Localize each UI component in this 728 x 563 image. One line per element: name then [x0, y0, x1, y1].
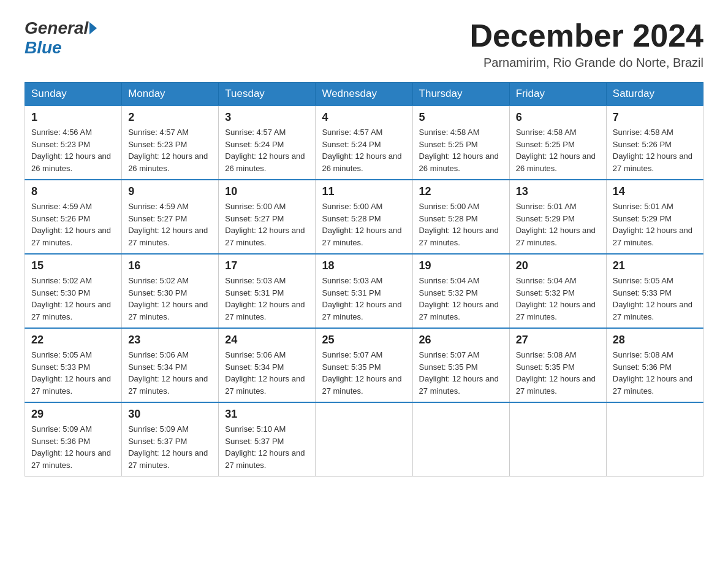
day-info: Sunrise: 5:10 AMSunset: 5:37 PMDaylight:… [225, 423, 309, 471]
day-cell-19: 19 Sunrise: 5:04 AMSunset: 5:32 PMDaylig… [412, 254, 509, 328]
week-row-2: 8 Sunrise: 4:59 AMSunset: 5:26 PMDayligh… [25, 180, 703, 254]
week-row-3: 15 Sunrise: 5:02 AMSunset: 5:30 PMDaylig… [25, 254, 703, 328]
day-cell-31: 31 Sunrise: 5:10 AMSunset: 5:37 PMDaylig… [219, 402, 316, 477]
day-number: 14 [613, 185, 697, 198]
day-number: 27 [516, 334, 600, 347]
calendar-table: SundayMondayTuesdayWednesdayThursdayFrid… [25, 82, 703, 477]
empty-cell [606, 402, 703, 477]
header-friday: Friday [509, 83, 606, 106]
day-number: 16 [128, 259, 212, 272]
week-row-4: 22 Sunrise: 5:05 AMSunset: 5:33 PMDaylig… [25, 328, 703, 402]
day-number: 9 [128, 185, 212, 198]
day-number: 15 [31, 259, 115, 272]
day-cell-16: 16 Sunrise: 5:02 AMSunset: 5:30 PMDaylig… [122, 254, 219, 328]
day-cell-6: 6 Sunrise: 4:58 AMSunset: 5:25 PMDayligh… [509, 105, 606, 180]
logo-blue-text: Blue [25, 38, 62, 58]
day-info: Sunrise: 4:58 AMSunset: 5:25 PMDaylight:… [516, 126, 600, 174]
day-info: Sunrise: 5:09 AMSunset: 5:36 PMDaylight:… [31, 423, 115, 471]
day-info: Sunrise: 5:04 AMSunset: 5:32 PMDaylight:… [419, 275, 503, 323]
day-cell-30: 30 Sunrise: 5:09 AMSunset: 5:37 PMDaylig… [122, 402, 219, 477]
logo: General Blue [25, 18, 97, 58]
empty-cell [509, 402, 606, 477]
day-number: 17 [225, 259, 309, 272]
day-info: Sunrise: 5:05 AMSunset: 5:33 PMDaylight:… [613, 275, 697, 323]
day-info: Sunrise: 4:57 AMSunset: 5:24 PMDaylight:… [322, 126, 406, 174]
day-info: Sunrise: 5:01 AMSunset: 5:29 PMDaylight:… [516, 201, 600, 248]
day-number: 21 [613, 259, 697, 272]
day-number: 6 [516, 111, 600, 124]
day-number: 12 [419, 185, 503, 198]
day-number: 4 [322, 111, 406, 124]
day-cell-18: 18 Sunrise: 5:03 AMSunset: 5:31 PMDaylig… [316, 254, 412, 328]
day-info: Sunrise: 4:57 AMSunset: 5:24 PMDaylight:… [225, 126, 309, 174]
day-info: Sunrise: 5:03 AMSunset: 5:31 PMDaylight:… [322, 275, 406, 323]
day-cell-8: 8 Sunrise: 4:59 AMSunset: 5:26 PMDayligh… [25, 180, 122, 254]
day-info: Sunrise: 5:07 AMSunset: 5:35 PMDaylight:… [419, 349, 503, 397]
day-info: Sunrise: 4:58 AMSunset: 5:25 PMDaylight:… [419, 126, 503, 174]
day-info: Sunrise: 4:57 AMSunset: 5:23 PMDaylight:… [128, 126, 212, 174]
day-info: Sunrise: 5:07 AMSunset: 5:35 PMDaylight:… [322, 349, 406, 397]
day-info: Sunrise: 5:06 AMSunset: 5:34 PMDaylight:… [225, 349, 309, 397]
day-number: 24 [225, 334, 309, 347]
day-cell-22: 22 Sunrise: 5:05 AMSunset: 5:33 PMDaylig… [25, 328, 122, 402]
day-cell-1: 1 Sunrise: 4:56 AMSunset: 5:23 PMDayligh… [25, 105, 122, 180]
day-number: 8 [31, 185, 115, 198]
week-row-5: 29 Sunrise: 5:09 AMSunset: 5:36 PMDaylig… [25, 402, 703, 477]
header-tuesday: Tuesday [219, 83, 316, 106]
day-number: 28 [613, 334, 697, 347]
day-cell-21: 21 Sunrise: 5:05 AMSunset: 5:33 PMDaylig… [606, 254, 703, 328]
day-cell-23: 23 Sunrise: 5:06 AMSunset: 5:34 PMDaylig… [122, 328, 219, 402]
day-cell-2: 2 Sunrise: 4:57 AMSunset: 5:23 PMDayligh… [122, 105, 219, 180]
day-info: Sunrise: 5:09 AMSunset: 5:37 PMDaylight:… [128, 423, 212, 471]
day-cell-5: 5 Sunrise: 4:58 AMSunset: 5:25 PMDayligh… [412, 105, 509, 180]
day-info: Sunrise: 4:59 AMSunset: 5:27 PMDaylight:… [128, 201, 212, 248]
day-info: Sunrise: 5:01 AMSunset: 5:29 PMDaylight:… [613, 201, 697, 248]
day-number: 23 [128, 334, 212, 347]
day-number: 7 [613, 111, 697, 124]
day-number: 19 [419, 259, 503, 272]
day-number: 2 [128, 111, 212, 124]
header-sunday: Sunday [25, 83, 122, 106]
day-info: Sunrise: 5:00 AMSunset: 5:28 PMDaylight:… [419, 201, 503, 248]
day-number: 26 [419, 334, 503, 347]
header-monday: Monday [122, 83, 219, 106]
day-cell-24: 24 Sunrise: 5:06 AMSunset: 5:34 PMDaylig… [219, 328, 316, 402]
empty-cell [316, 402, 412, 477]
header: General Blue December 2024 Parnamirim, R… [25, 18, 703, 70]
day-number: 20 [516, 259, 600, 272]
day-info: Sunrise: 5:08 AMSunset: 5:36 PMDaylight:… [613, 349, 697, 397]
day-cell-25: 25 Sunrise: 5:07 AMSunset: 5:35 PMDaylig… [316, 328, 412, 402]
logo-general-text: General [25, 18, 88, 38]
day-number: 31 [225, 408, 309, 421]
day-cell-26: 26 Sunrise: 5:07 AMSunset: 5:35 PMDaylig… [412, 328, 509, 402]
day-number: 29 [31, 408, 115, 421]
day-number: 25 [322, 334, 406, 347]
day-cell-7: 7 Sunrise: 4:58 AMSunset: 5:26 PMDayligh… [606, 105, 703, 180]
day-info: Sunrise: 5:03 AMSunset: 5:31 PMDaylight:… [225, 275, 309, 323]
logo-triangle-icon [89, 22, 97, 34]
day-cell-10: 10 Sunrise: 5:00 AMSunset: 5:27 PMDaylig… [219, 180, 316, 254]
day-cell-15: 15 Sunrise: 5:02 AMSunset: 5:30 PMDaylig… [25, 254, 122, 328]
day-cell-20: 20 Sunrise: 5:04 AMSunset: 5:32 PMDaylig… [509, 254, 606, 328]
day-cell-9: 9 Sunrise: 4:59 AMSunset: 5:27 PMDayligh… [122, 180, 219, 254]
day-cell-28: 28 Sunrise: 5:08 AMSunset: 5:36 PMDaylig… [606, 328, 703, 402]
header-saturday: Saturday [606, 83, 703, 106]
day-info: Sunrise: 5:06 AMSunset: 5:34 PMDaylight:… [128, 349, 212, 397]
day-info: Sunrise: 5:02 AMSunset: 5:30 PMDaylight:… [128, 275, 212, 323]
day-cell-3: 3 Sunrise: 4:57 AMSunset: 5:24 PMDayligh… [219, 105, 316, 180]
day-number: 3 [225, 111, 309, 124]
day-info: Sunrise: 4:58 AMSunset: 5:26 PMDaylight:… [613, 126, 697, 174]
day-cell-11: 11 Sunrise: 5:00 AMSunset: 5:28 PMDaylig… [316, 180, 412, 254]
days-header-row: SundayMondayTuesdayWednesdayThursdayFrid… [25, 83, 703, 106]
day-cell-4: 4 Sunrise: 4:57 AMSunset: 5:24 PMDayligh… [316, 105, 412, 180]
month-title: December 2024 [469, 18, 703, 53]
week-row-1: 1 Sunrise: 4:56 AMSunset: 5:23 PMDayligh… [25, 105, 703, 180]
day-cell-12: 12 Sunrise: 5:00 AMSunset: 5:28 PMDaylig… [412, 180, 509, 254]
day-info: Sunrise: 5:08 AMSunset: 5:35 PMDaylight:… [516, 349, 600, 397]
day-number: 11 [322, 185, 406, 198]
day-number: 22 [31, 334, 115, 347]
empty-cell [412, 402, 509, 477]
day-info: Sunrise: 5:00 AMSunset: 5:27 PMDaylight:… [225, 201, 309, 248]
day-number: 5 [419, 111, 503, 124]
header-wednesday: Wednesday [316, 83, 412, 106]
